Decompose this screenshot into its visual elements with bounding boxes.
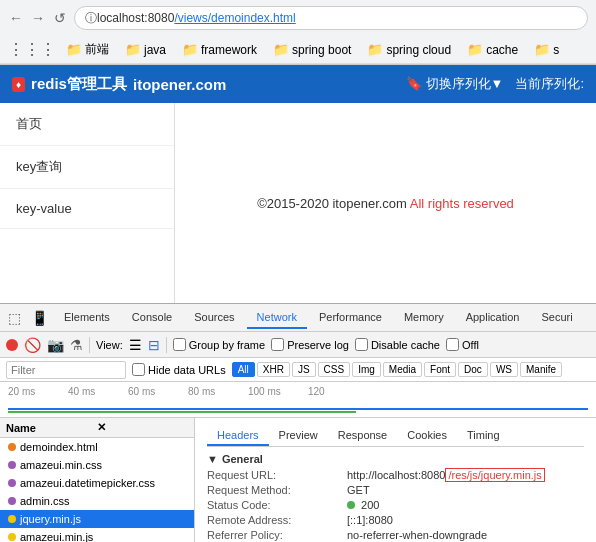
hide-data-urls-input[interactable] <box>132 363 145 376</box>
forward-button[interactable]: → <box>30 10 46 26</box>
timeline-line-green <box>8 411 356 413</box>
back-button[interactable]: ← <box>8 10 24 26</box>
sidebar-item-key-value[interactable]: key-value <box>0 189 174 229</box>
remote-address-label: Remote Address: <box>207 514 347 526</box>
request-detail: Headers Preview Response Cookies Timing … <box>195 418 596 542</box>
filter-tag-all[interactable]: All <box>232 362 255 377</box>
file-item-demoindex[interactable]: demoindex.html <box>0 438 194 456</box>
reload-button[interactable]: ↺ <box>52 10 68 26</box>
tab-elements[interactable]: Elements <box>54 307 120 329</box>
tab-performance[interactable]: Performance <box>309 307 392 329</box>
group-by-frame-input[interactable] <box>173 338 186 351</box>
filter-tag-manife[interactable]: Manife <box>520 362 562 377</box>
filter-bar: Hide data URLs All XHR JS CSS Img Media … <box>0 358 596 382</box>
timeline-marker-80: 80 ms <box>188 386 248 397</box>
address-bar[interactable]: ⓘ localhost:8080 /views/demoindex.html <box>74 6 588 30</box>
separator <box>89 337 90 353</box>
file-item-amazeui-min[interactable]: amazeui.min.js <box>0 528 194 542</box>
disable-cache-checkbox[interactable]: Disable cache <box>355 338 440 351</box>
detail-tab-timing[interactable]: Timing <box>457 426 510 446</box>
file-item-admin-css[interactable]: admin.css <box>0 492 194 510</box>
filter-tag-img[interactable]: Img <box>352 362 381 377</box>
timeline-markers: 20 ms 40 ms 60 ms 80 ms 100 ms 120 <box>0 382 596 401</box>
file-name: amazeui.min.js <box>20 531 93 542</box>
filter-tag-ws[interactable]: WS <box>490 362 518 377</box>
address-path: /views/demoindex.html <box>174 11 295 25</box>
tab-application[interactable]: Application <box>456 307 530 329</box>
hide-data-urls-checkbox[interactable]: Hide data URLs <box>132 363 226 376</box>
sidebar: 首页 key查询 key-value <box>0 103 175 303</box>
address-host: localhost:8080 <box>97 11 174 25</box>
bookmark-label: java <box>144 43 166 57</box>
filter-input[interactable] <box>6 361 126 379</box>
timeline-track <box>8 405 588 413</box>
app-title: redis管理工具 <box>31 75 127 94</box>
devtools-toolbar: 🚫 📷 ⚗ View: ☰ ⊟ Group by frame Preserve … <box>0 332 596 358</box>
bookmark-label: cache <box>486 43 518 57</box>
serialization-switch[interactable]: 🔖 切换序列化▼ <box>406 75 503 93</box>
filter-tags: All XHR JS CSS Img Media Font Doc WS Man… <box>232 362 562 377</box>
view-list-icon[interactable]: ☰ <box>129 337 142 353</box>
status-code-value: 200 <box>347 499 379 511</box>
file-item-amazeui-datepicker[interactable]: amazeui.datetimepicker.css <box>0 474 194 492</box>
bookmark-java[interactable]: 📁 java <box>119 40 172 59</box>
bookmark-spring-boot[interactable]: 📁 spring boot <box>267 40 357 59</box>
tab-memory[interactable]: Memory <box>394 307 454 329</box>
detail-tab-preview[interactable]: Preview <box>269 426 328 446</box>
bookmark-label: spring boot <box>292 43 351 57</box>
filter-icon[interactable]: ⚗ <box>70 337 83 353</box>
detail-tabs: Headers Preview Response Cookies Timing <box>207 426 584 447</box>
filter-tag-js[interactable]: JS <box>292 362 316 377</box>
preserve-log-input[interactable] <box>271 338 284 351</box>
preserve-log-checkbox[interactable]: Preserve log <box>271 338 349 351</box>
bookmark-frontend[interactable]: 📁 前端 <box>60 39 115 60</box>
devtools-inspect-icon[interactable]: ⬚ <box>4 310 25 326</box>
timeline-bar: 20 ms 40 ms 60 ms 80 ms 100 ms 120 <box>0 382 596 418</box>
tab-sources[interactable]: Sources <box>184 307 244 329</box>
close-icon[interactable]: ✕ <box>97 421 188 434</box>
redis-icon: ♦ <box>12 77 25 92</box>
tab-network[interactable]: Network <box>247 307 307 329</box>
file-item-amazeui-css[interactable]: amazeui.min.css <box>0 456 194 474</box>
devtools-device-icon[interactable]: 📱 <box>27 310 52 326</box>
sidebar-item-key-query[interactable]: key查询 <box>0 146 174 189</box>
detail-tab-cookies[interactable]: Cookies <box>397 426 457 446</box>
apps-grid-icon[interactable]: ⋮⋮⋮ <box>8 40 56 59</box>
disable-cache-input[interactable] <box>355 338 368 351</box>
record-button[interactable] <box>6 339 18 351</box>
offline-checkbox[interactable]: Offl <box>446 338 479 351</box>
bookmark-label: s <box>553 43 559 57</box>
file-item-jquery-min[interactable]: jquery.min.js <box>0 510 194 528</box>
general-header[interactable]: ▼ General <box>207 453 584 465</box>
tab-console[interactable]: Console <box>122 307 182 329</box>
timeline-marker-60: 60 ms <box>128 386 188 397</box>
filter-tag-css[interactable]: CSS <box>318 362 351 377</box>
bookmark-cache[interactable]: 📁 cache <box>461 40 524 59</box>
app-header: ♦ redis管理工具 itopener.com 🔖 切换序列化▼ 当前序列化: <box>0 65 596 103</box>
remote-address-row: Remote Address: [::1]:8080 <box>207 514 584 526</box>
filter-tag-media[interactable]: Media <box>383 362 422 377</box>
detail-tab-response[interactable]: Response <box>328 426 398 446</box>
filter-tag-doc[interactable]: Doc <box>458 362 488 377</box>
browser-chrome: ← → ↺ ⓘ localhost:8080 /views/demoindex.… <box>0 0 596 65</box>
detail-tab-headers[interactable]: Headers <box>207 426 269 446</box>
request-url-value: http://localhost:8080/res/js/jquery.min.… <box>347 469 545 481</box>
filter-tag-font[interactable]: Font <box>424 362 456 377</box>
bookmark-s[interactable]: 📁 s <box>528 40 565 59</box>
view-waterfall-icon[interactable]: ⊟ <box>148 337 160 353</box>
timeline-marker-120: 120 <box>308 386 368 397</box>
bookmark-label: 前端 <box>85 41 109 58</box>
timeline-line-blue <box>8 408 588 410</box>
sidebar-item-home[interactable]: 首页 <box>0 103 174 146</box>
bookmark-framework[interactable]: 📁 framework <box>176 40 263 59</box>
folder-icon: 📁 <box>66 42 82 57</box>
camera-icon[interactable]: 📷 <box>47 337 64 353</box>
network-panel: Name ✕ demoindex.html amazeui.min.css am… <box>0 418 596 542</box>
group-by-frame-checkbox[interactable]: Group by frame <box>173 338 265 351</box>
clear-button[interactable]: 🚫 <box>24 337 41 353</box>
bookmark-spring-cloud[interactable]: 📁 spring cloud <box>361 40 457 59</box>
separator2 <box>166 337 167 353</box>
filter-tag-xhr[interactable]: XHR <box>257 362 290 377</box>
offline-input[interactable] <box>446 338 459 351</box>
tab-security[interactable]: Securi <box>531 307 582 329</box>
